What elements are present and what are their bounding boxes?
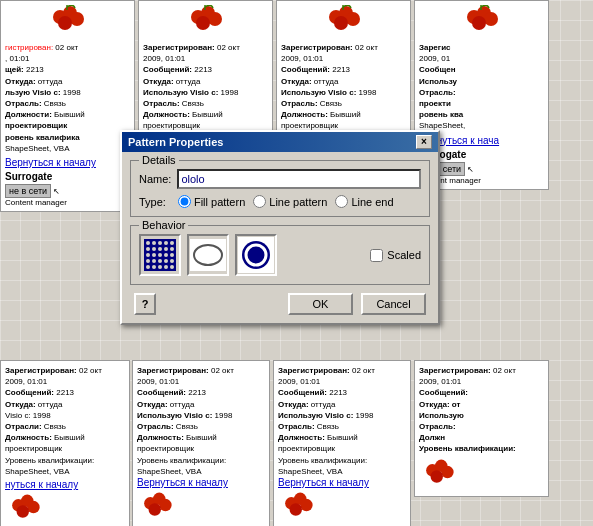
svg-point-38 <box>152 241 156 245</box>
svg-point-60 <box>164 265 168 269</box>
line-pattern-label: Line pattern <box>269 196 327 208</box>
type-row: Type: Fill pattern Line pattern Line end <box>139 195 421 208</box>
svg-point-3 <box>58 16 72 30</box>
button-row: ? OK Cancel <box>130 293 430 315</box>
svg-point-49 <box>158 253 162 257</box>
berry-bot-2 <box>137 488 177 523</box>
name-input[interactable] <box>177 169 421 189</box>
svg-point-48 <box>152 253 156 257</box>
username-1: Surrogate <box>5 171 130 182</box>
cursor-1: ↖ <box>53 187 60 196</box>
svg-point-43 <box>152 247 156 251</box>
svg-point-31 <box>290 503 302 515</box>
svg-point-58 <box>152 265 156 269</box>
pattern-properties-dialog: Pattern Properties × Details Name: Type:… <box>120 130 440 325</box>
content-manager-1: Content manager <box>5 198 130 207</box>
svg-point-50 <box>164 253 168 257</box>
profile-card-bot-4: Зарегистрирован: 02 окт 2009, 01:01 Сооб… <box>414 360 549 497</box>
pattern-button-1[interactable] <box>139 234 181 276</box>
svg-point-53 <box>152 259 156 263</box>
berry-bot-1 <box>5 490 45 525</box>
svg-point-40 <box>164 241 168 245</box>
svg-point-44 <box>158 247 162 251</box>
svg-point-46 <box>170 247 174 251</box>
offline-badge-1: не в сети <box>5 184 51 198</box>
cancel-button[interactable]: Cancel <box>361 293 426 315</box>
fill-pattern-option: Fill pattern <box>178 195 245 208</box>
pattern-circle-icon <box>238 237 274 273</box>
berry-image-2 <box>183 5 228 40</box>
svg-point-59 <box>158 265 162 269</box>
profile-card-top-3: Зарегистрирован: 02 окт 2009, 01:01 Сооб… <box>276 0 411 151</box>
svg-point-52 <box>146 259 150 263</box>
svg-point-42 <box>146 247 150 251</box>
berry-image-3 <box>321 5 366 40</box>
details-group-title: Details <box>139 154 179 166</box>
berry-bot-3 <box>278 488 318 523</box>
pattern-grid-icon <box>144 239 176 271</box>
profile-card-bot-2: Зарегистрирован: 02 окт 2009, 01:01 Сооб… <box>132 360 270 526</box>
behavior-group-box: Behavior <box>130 225 430 285</box>
svg-point-51 <box>170 253 174 257</box>
dialog-titlebar: Pattern Properties × <box>122 132 438 152</box>
help-button[interactable]: ? <box>134 293 156 315</box>
profile-card-bot-1: Зарегистрирован: 02 окт 2009, 01:01 Сооб… <box>0 360 130 526</box>
svg-point-66 <box>246 245 266 265</box>
svg-point-63 <box>194 245 222 265</box>
line-pattern-option: Line pattern <box>253 195 327 208</box>
profile-card-top-left: гистрирован: 02 окт , 01:01 щей: 2213 От… <box>0 0 135 212</box>
svg-point-35 <box>431 470 443 482</box>
svg-point-17 <box>484 12 498 26</box>
svg-point-23 <box>17 505 29 517</box>
svg-point-54 <box>158 259 162 263</box>
svg-point-30 <box>300 499 312 511</box>
type-label: Type: <box>139 196 166 208</box>
svg-point-47 <box>146 253 150 257</box>
profile-card-top-2: Зарегистрирован: 02 окт 2009, 01:01 Сооб… <box>138 0 273 151</box>
berry-image <box>45 5 90 40</box>
svg-point-34 <box>441 465 453 477</box>
dialog-body: Details Name: Type: Fill pattern Line pa… <box>122 152 438 323</box>
svg-point-57 <box>146 265 150 269</box>
scaled-checkbox[interactable] <box>370 249 383 262</box>
fill-pattern-label: Fill pattern <box>194 196 245 208</box>
line-end-radio[interactable] <box>335 195 348 208</box>
line-pattern-radio[interactable] <box>253 195 266 208</box>
cursor-4: ↖ <box>467 165 474 174</box>
back-link-bot-3[interactable]: Вернуться к началу <box>278 477 369 488</box>
pattern-button-3[interactable] <box>235 234 277 276</box>
ok-cancel-group: OK Cancel <box>288 293 426 315</box>
pattern-oval-icon <box>190 239 226 271</box>
svg-point-55 <box>164 259 168 263</box>
svg-point-8 <box>196 16 210 30</box>
dialog-title: Pattern Properties <box>128 136 223 148</box>
profile-card-bot-3: Зарегистрирован: 02 окт 2009, 01:01 Сооб… <box>273 360 411 526</box>
svg-point-13 <box>334 16 348 30</box>
back-link-1[interactable]: Вернуться к началу <box>5 157 96 168</box>
ok-button[interactable]: OK <box>288 293 353 315</box>
svg-point-12 <box>346 12 360 26</box>
line-end-label: Line end <box>351 196 393 208</box>
back-link-bot-1[interactable]: нуться к началу <box>5 479 78 490</box>
name-row: Name: <box>139 169 421 189</box>
svg-point-56 <box>170 259 174 263</box>
line-end-option: Line end <box>335 195 393 208</box>
scaled-label: Scaled <box>387 249 421 261</box>
svg-point-18 <box>472 16 486 30</box>
berry-image-4 <box>459 5 504 40</box>
fill-pattern-radio[interactable] <box>178 195 191 208</box>
svg-point-22 <box>27 501 39 513</box>
svg-point-41 <box>170 241 174 245</box>
berry-bot-4 <box>419 455 459 490</box>
svg-point-61 <box>170 265 174 269</box>
back-link-bot-2[interactable]: Вернуться к началу <box>137 477 228 488</box>
svg-point-7 <box>208 12 222 26</box>
svg-point-37 <box>146 241 150 245</box>
pattern-button-2[interactable] <box>187 234 229 276</box>
details-group-box: Details Name: Type: Fill pattern Line pa… <box>130 160 430 217</box>
svg-point-27 <box>149 503 161 515</box>
behavior-group-title: Behavior <box>139 219 188 231</box>
dialog-close-button[interactable]: × <box>416 135 432 149</box>
svg-point-26 <box>159 499 171 511</box>
svg-point-2 <box>70 12 84 26</box>
